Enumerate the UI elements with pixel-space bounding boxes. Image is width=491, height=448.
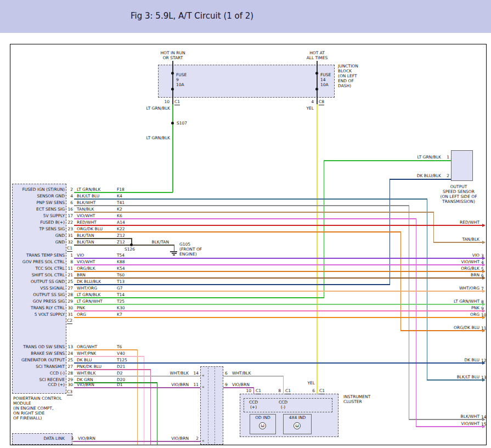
wire-lt-grn-blk <box>74 297 324 298</box>
ccd-plus-label: CCD <box>247 400 260 405</box>
wire-color-label: VIO/BRN <box>78 436 95 441</box>
wire-color-label: ORG/DK BLU <box>77 226 103 231</box>
wire-segment <box>317 61 318 66</box>
splice-dot-s107 <box>171 122 174 124</box>
wire-color-label: DK GRN <box>77 377 93 382</box>
edge-wire-label: WHT/ORG <box>438 286 479 291</box>
wire-wht-pnk <box>74 356 144 357</box>
pin-number: 9 <box>225 382 228 387</box>
wire-color-label: PNK <box>77 305 85 310</box>
wire-dk-blu-blk <box>74 284 390 285</box>
wire-color-label: VIO/WHT <box>77 213 95 218</box>
fuse-terminal <box>171 72 174 75</box>
wire-vio-brn <box>73 441 200 442</box>
connector-label: C8 <box>319 99 324 105</box>
splice-label: S126 <box>125 247 135 252</box>
pcm-pin-function: TRANS OD SW SENS <box>13 344 65 349</box>
wire-color-label: VIO <box>77 253 84 258</box>
wire-color-label: DK BLU <box>77 358 92 362</box>
indicator-lamp-icon: ω <box>294 422 301 429</box>
wire-org-dk-blu <box>400 231 402 330</box>
feed-label: ALL TIMES <box>298 55 336 60</box>
pin-number: 4 <box>66 194 73 199</box>
circuit-number: D2 <box>117 371 123 376</box>
wire-org-dk-blu <box>400 330 483 331</box>
wire-red-wht <box>74 225 482 226</box>
circuit-number: G7 <box>117 286 123 291</box>
feed-label: HOT AT <box>298 50 336 55</box>
edge-wire-label: BLK/WHT <box>438 414 479 419</box>
pin-number: 29 <box>66 377 73 382</box>
pcm-caption: MODULE <box>13 401 31 406</box>
indicator-lamp-icon: ω <box>259 422 266 429</box>
pin-number: 28 <box>66 371 73 376</box>
wire-lt-grn-blk <box>172 104 173 192</box>
edge-pin-number: 6 <box>481 273 486 278</box>
edge-wire-label: BRN <box>438 273 479 277</box>
junction-caption: JUNCTION <box>338 64 358 69</box>
connector-divider <box>215 367 215 444</box>
circuit-number: K4 <box>117 194 122 199</box>
wire-tan-blk <box>433 242 483 243</box>
sensor-caption: OUTPUT <box>432 184 485 189</box>
ground-lead <box>174 245 175 251</box>
junction-caption: (ON LEFT <box>338 73 357 78</box>
circuit-number: T14 <box>117 292 125 297</box>
circuit-number: D20 <box>117 377 125 382</box>
feed-label: OR START <box>154 55 192 60</box>
pin-number: 8 <box>66 259 73 264</box>
wire-pnk <box>74 310 482 311</box>
pin-number: 31 <box>66 312 73 317</box>
wire-yel <box>317 104 318 394</box>
wire-vio-brn <box>253 387 255 394</box>
wire-color-label: VIO/WHT <box>77 259 95 264</box>
pin-number: 28 <box>66 292 73 297</box>
edge-wire-label: VIO/WHT <box>438 259 479 264</box>
circuit-number: K2 <box>117 207 122 212</box>
wire-color-label: LT GRN/BLK <box>138 135 170 140</box>
pcm-pin-function: CCD (+) <box>13 382 65 387</box>
wire-segment <box>317 90 318 98</box>
junction-block-box <box>158 65 335 98</box>
pcm-pin-function: GND <box>13 240 65 245</box>
circuit-number: T54 <box>117 253 125 258</box>
ground-location: ENGINE) <box>179 252 197 257</box>
pcm-pin-function: SENSOR GND <box>13 194 65 199</box>
wire-vio-wht <box>416 218 417 426</box>
circuit-number: K6 <box>117 213 122 218</box>
circuit-number: T6 <box>117 344 122 349</box>
pcm-pin-function: TCC SOL CTRL <box>13 266 65 271</box>
edge-wire-label: ORG <box>438 312 479 317</box>
edge-wire-label: DK BLU <box>438 358 479 362</box>
pcm-pin-function: FUSED IGN (ST/RUN) <box>13 187 65 192</box>
wire-tan-blk <box>74 212 433 213</box>
sensor-caption: (ON LEFT SIDE OF <box>432 194 485 199</box>
edge-wire-label: RED/WHT <box>438 220 479 225</box>
pcm-pin-function: 5V SUPPLY <box>13 213 65 218</box>
ground-location: (FRONT OF <box>179 247 202 252</box>
ground-symbol <box>170 251 177 252</box>
circuit-number: V40 <box>117 351 125 356</box>
circuit-number: T25 <box>117 299 125 304</box>
circuit-number: T60 <box>117 273 125 277</box>
inline-connector-box <box>200 366 223 445</box>
wire-brn <box>74 277 482 279</box>
output-speed-sensor-box <box>451 150 473 181</box>
pcm-pin-function: SCI RECEIVE <box>13 377 65 382</box>
od-ind-label: OD IND <box>250 415 276 420</box>
pin-number: 30 <box>66 382 73 387</box>
wire-segment <box>172 90 173 98</box>
off-page-arrow-icon <box>482 241 486 244</box>
pin-number: 11 <box>191 382 199 387</box>
edge-pin-number: 4 <box>481 260 486 265</box>
pcm-pin-function: 5 VOLT SUPPLY <box>13 312 65 317</box>
wire-wht-blk <box>223 376 283 377</box>
wire-color-label: ORG <box>77 312 86 317</box>
ccd-minus-label: CCD <box>276 400 290 405</box>
wire-dk-blu <box>74 362 482 364</box>
circuit-number: A14 <box>117 220 125 225</box>
wire-color-label: BLK/TAN <box>77 233 94 238</box>
wire-color-label: YEL <box>294 106 314 111</box>
circuit-number: K30 <box>117 305 125 310</box>
wire-color-label: LT GRN/BLK <box>77 187 101 192</box>
